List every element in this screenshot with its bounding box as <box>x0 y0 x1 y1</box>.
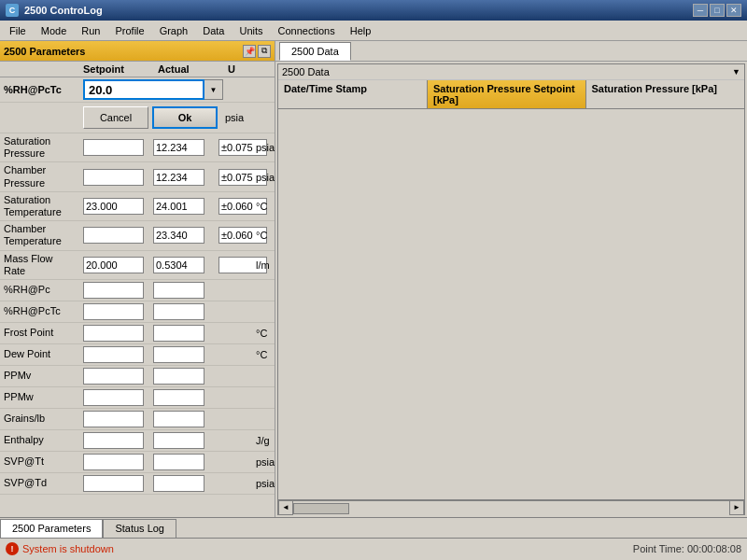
table-row: Grains/lb <box>0 409 275 430</box>
minimize-button[interactable]: ─ <box>693 4 708 17</box>
point-time: Point Time: 00:00:08:08 <box>633 543 741 554</box>
app-icon: C <box>6 4 19 17</box>
panel-title: 2500 Parameters <box>4 46 85 57</box>
table-row: SVP@Tt psia <box>0 452 275 473</box>
rh-dropdown-button[interactable]: ▼ <box>204 79 223 100</box>
row-label-chamber-temp: ChamberTemperature <box>4 223 83 247</box>
bottom-tab-params-label: 2500 Parameters <box>12 523 91 534</box>
grains-actual[interactable] <box>153 411 204 427</box>
rh-label: %RH@PcTc <box>4 84 83 95</box>
row-label-enthalpy: Enthalpy <box>4 434 83 446</box>
params-column-headers: Setpoint Actual U <box>0 62 275 77</box>
data-panel: 2500 Data ▼ Date/Time Stamp Saturation P… <box>277 63 745 515</box>
table-row: Frost Point °C <box>0 323 275 344</box>
action-row: Cancel Ok psia <box>0 103 275 133</box>
svp-td-unit: psia <box>256 478 275 489</box>
tab-2500-data[interactable]: 2500 Data <box>279 42 351 61</box>
rh-pc-setpoint[interactable] <box>83 282 144 299</box>
close-button[interactable]: ✕ <box>726 4 741 17</box>
sat-pressure-setpoint[interactable] <box>83 139 144 156</box>
panel-pin-button[interactable]: 📌 <box>243 45 256 58</box>
frost-point-actual[interactable] <box>153 325 204 342</box>
bottom-tab-status[interactable]: Status Log <box>103 519 176 538</box>
enthalpy-actual[interactable] <box>153 432 204 449</box>
ppmv-setpoint[interactable] <box>83 368 144 385</box>
col-u: U <box>228 63 270 75</box>
sat-temp-actual[interactable] <box>153 198 204 215</box>
menu-units[interactable]: Units <box>232 21 270 40</box>
scroll-right-button[interactable]: ► <box>729 500 744 515</box>
chamber-pressure-setpoint[interactable] <box>83 169 144 186</box>
dew-point-setpoint[interactable] <box>83 346 144 363</box>
row-label-sat-pressure: SaturationPressure <box>4 135 83 160</box>
menu-connections[interactable]: Connections <box>271 21 343 40</box>
col-datetime: Date/Time Stamp <box>278 80 428 108</box>
table-row: %RH@PcTc <box>0 301 275 323</box>
svp-td-actual[interactable] <box>153 475 204 492</box>
data-dropdown-button[interactable]: ▼ <box>732 67 740 77</box>
scroll-thumb[interactable] <box>293 503 349 514</box>
maximize-button[interactable]: □ <box>710 4 725 17</box>
sat-temp-setpoint[interactable] <box>83 198 144 215</box>
menu-profile[interactable]: Profile <box>107 21 151 40</box>
svp-tt-setpoint[interactable] <box>83 454 144 470</box>
cancel-button[interactable]: Cancel <box>83 106 148 129</box>
menu-graph[interactable]: Graph <box>152 21 196 40</box>
rh-pctc-setpoint[interactable] <box>83 303 144 320</box>
menu-run[interactable]: Run <box>74 21 107 40</box>
svp-tt-actual[interactable] <box>153 454 204 470</box>
status-left: ! System is shutdown <box>6 542 114 555</box>
bottom-tabs: 2500 Parameters Status Log <box>0 517 747 538</box>
panel-float-button[interactable]: ⧉ <box>258 45 271 58</box>
chamber-pressure-actual[interactable] <box>153 169 204 186</box>
svp-td-setpoint[interactable] <box>83 475 144 492</box>
rh-pc-actual[interactable] <box>153 282 204 299</box>
menu-bar: File Mode Run Profile Graph Data Units C… <box>0 21 747 41</box>
tab-bar: 2500 Data <box>275 41 747 62</box>
ok-button[interactable]: Ok <box>152 106 218 129</box>
title-bar: C 2500 ControLog ─ □ ✕ <box>0 0 747 21</box>
scroll-left-button[interactable]: ◄ <box>278 500 293 515</box>
panel-header: 2500 Parameters 📌 ⧉ <box>0 41 275 62</box>
tab-label: 2500 Data <box>291 46 339 57</box>
scroll-track[interactable] <box>293 500 729 515</box>
menu-mode[interactable]: Mode <box>34 21 75 40</box>
data-panel-header: 2500 Data ▼ <box>278 64 744 80</box>
rh-input[interactable] <box>83 79 204 100</box>
rh-pctc-actual[interactable] <box>153 303 204 320</box>
row-label-dew-point: Dew Point <box>4 348 83 360</box>
row-label-ppmv: PPMv <box>4 370 83 382</box>
row-label-ppmw: PPMw <box>4 391 83 403</box>
data-table-header: Date/Time Stamp Saturation Pressure Setp… <box>278 80 744 109</box>
rh-row: %RH@PcTc ▼ <box>0 77 275 103</box>
sat-pressure-actual[interactable] <box>153 139 204 156</box>
table-row: Enthalpy J/g <box>0 430 275 452</box>
ppmw-setpoint[interactable] <box>83 389 144 406</box>
menu-help[interactable]: Help <box>343 21 379 40</box>
menu-data[interactable]: Data <box>195 21 232 40</box>
chamber-temp-actual[interactable] <box>153 227 204 244</box>
ppmv-actual[interactable] <box>153 368 204 385</box>
rh-input-group: ▼ <box>83 79 271 100</box>
grains-setpoint[interactable] <box>83 411 144 427</box>
mass-flow-setpoint[interactable] <box>83 257 144 273</box>
row-label-svp-td: SVP@Td <box>4 477 83 489</box>
row-label-chamber-pressure: ChamberPressure <box>4 164 83 189</box>
col-sat-press-actual: Saturation Pressure [kPa] <box>586 80 745 108</box>
row-label-mass-flow: Mass FlowRate <box>4 253 83 277</box>
enthalpy-setpoint[interactable] <box>83 432 144 449</box>
menu-file[interactable]: File <box>2 21 34 40</box>
sat-pressure-unit: psia <box>256 142 275 153</box>
dew-point-actual[interactable] <box>153 346 204 363</box>
row-label-rh-pctc: %RH@PcTc <box>4 305 83 317</box>
mass-flow-actual[interactable] <box>153 257 204 273</box>
ppmw-actual[interactable] <box>153 389 204 406</box>
params-list[interactable]: SaturationPressure psia ChamberPressure … <box>0 133 275 517</box>
bottom-tab-params[interactable]: 2500 Parameters <box>0 519 103 538</box>
frost-point-setpoint[interactable] <box>83 325 144 342</box>
chamber-temp-setpoint[interactable] <box>83 227 144 244</box>
table-row: ChamberTemperature °C <box>0 221 275 250</box>
col-setpoint: Setpoint <box>83 63 158 75</box>
row-label-svp-tt: SVP@Tt <box>4 455 83 468</box>
status-text: System is shutdown <box>22 543 114 554</box>
